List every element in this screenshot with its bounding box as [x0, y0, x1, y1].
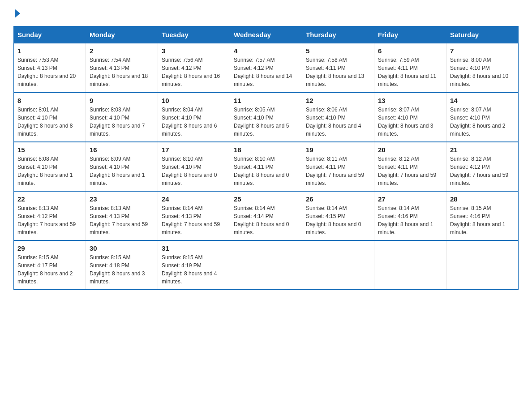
calendar-cell: 11Sunrise: 8:05 AMSunset: 4:10 PMDayligh… — [230, 93, 302, 142]
day-info: Sunrise: 8:01 AMSunset: 4:10 PMDaylight:… — [17, 106, 82, 138]
day-info: Sunrise: 8:09 AMSunset: 4:10 PMDaylight:… — [90, 155, 154, 187]
day-info: Sunrise: 8:13 AMSunset: 4:13 PMDaylight:… — [90, 204, 154, 236]
calendar-cell: 10Sunrise: 8:04 AMSunset: 4:10 PMDayligh… — [158, 93, 230, 142]
day-info: Sunrise: 7:56 AMSunset: 4:12 PMDaylight:… — [162, 56, 226, 88]
day-info: Sunrise: 8:11 AMSunset: 4:11 PMDaylight:… — [306, 155, 370, 187]
day-info: Sunrise: 8:08 AMSunset: 4:10 PMDaylight:… — [17, 155, 82, 187]
header-sunday: Sunday — [14, 26, 86, 43]
calendar-cell: 7Sunrise: 8:00 AMSunset: 4:10 PMDaylight… — [446, 43, 519, 93]
calendar-cell: 5Sunrise: 7:58 AMSunset: 4:11 PMDaylight… — [302, 43, 374, 93]
calendar-cell: 14Sunrise: 8:07 AMSunset: 4:10 PMDayligh… — [446, 93, 519, 142]
day-info: Sunrise: 8:14 AMSunset: 4:16 PMDaylight:… — [378, 204, 442, 236]
day-info: Sunrise: 8:15 AMSunset: 4:18 PMDaylight:… — [90, 253, 154, 286]
calendar-cell: 9Sunrise: 8:03 AMSunset: 4:10 PMDaylight… — [86, 93, 158, 142]
day-number: 20 — [378, 146, 442, 154]
day-number: 22 — [17, 195, 82, 203]
calendar-cell: 2Sunrise: 7:54 AMSunset: 4:13 PMDaylight… — [86, 43, 158, 93]
logo-arrow-icon — [15, 9, 20, 18]
day-info: Sunrise: 8:05 AMSunset: 4:10 PMDaylight:… — [234, 106, 298, 138]
header-saturday: Saturday — [446, 26, 519, 43]
day-number: 10 — [162, 97, 226, 104]
calendar-cell: 20Sunrise: 8:12 AMSunset: 4:11 PMDayligh… — [374, 142, 446, 191]
day-number: 31 — [162, 244, 226, 252]
calendar-cell: 25Sunrise: 8:14 AMSunset: 4:14 PMDayligh… — [230, 191, 302, 240]
day-number: 5 — [306, 47, 370, 55]
week-row-2: 8Sunrise: 8:01 AMSunset: 4:10 PMDaylight… — [14, 93, 519, 142]
day-number: 11 — [234, 97, 298, 104]
calendar-header: SundayMondayTuesdayWednesdayThursdayFrid… — [14, 26, 519, 43]
calendar-cell: 27Sunrise: 8:14 AMSunset: 4:16 PMDayligh… — [374, 191, 446, 240]
day-number: 7 — [450, 47, 515, 55]
day-info: Sunrise: 8:10 AMSunset: 4:10 PMDaylight:… — [162, 155, 226, 187]
day-number: 12 — [306, 97, 370, 104]
day-info: Sunrise: 8:14 AMSunset: 4:13 PMDaylight:… — [162, 204, 226, 236]
day-info: Sunrise: 8:03 AMSunset: 4:10 PMDaylight:… — [90, 106, 154, 138]
day-number: 9 — [90, 97, 154, 104]
calendar-cell: 22Sunrise: 8:13 AMSunset: 4:12 PMDayligh… — [14, 191, 86, 240]
day-info: Sunrise: 8:13 AMSunset: 4:12 PMDaylight:… — [17, 204, 82, 236]
day-number: 15 — [17, 146, 82, 154]
calendar-cell: 30Sunrise: 8:15 AMSunset: 4:18 PMDayligh… — [86, 240, 158, 290]
day-info: Sunrise: 8:15 AMSunset: 4:17 PMDaylight:… — [17, 253, 82, 286]
calendar-cell: 31Sunrise: 8:15 AMSunset: 4:19 PMDayligh… — [158, 240, 230, 290]
calendar-body: 1Sunrise: 7:53 AMSunset: 4:13 PMDaylight… — [14, 43, 519, 290]
day-number: 29 — [17, 244, 82, 252]
calendar-cell: 24Sunrise: 8:14 AMSunset: 4:13 PMDayligh… — [158, 191, 230, 240]
calendar-cell: 4Sunrise: 7:57 AMSunset: 4:12 PMDaylight… — [230, 43, 302, 93]
day-info: Sunrise: 8:04 AMSunset: 4:10 PMDaylight:… — [162, 106, 226, 138]
day-info: Sunrise: 8:00 AMSunset: 4:10 PMDaylight:… — [450, 56, 515, 88]
day-number: 14 — [450, 97, 515, 104]
day-number: 1 — [17, 47, 82, 55]
week-row-5: 29Sunrise: 8:15 AMSunset: 4:17 PMDayligh… — [14, 240, 519, 290]
day-number: 24 — [162, 195, 226, 203]
day-number: 3 — [162, 47, 226, 55]
day-number: 2 — [90, 47, 154, 55]
logo — [13, 9, 21, 18]
calendar-cell: 1Sunrise: 7:53 AMSunset: 4:13 PMDaylight… — [14, 43, 86, 93]
week-row-1: 1Sunrise: 7:53 AMSunset: 4:13 PMDaylight… — [14, 43, 519, 93]
week-row-4: 22Sunrise: 8:13 AMSunset: 4:12 PMDayligh… — [14, 191, 519, 240]
calendar-cell — [374, 240, 446, 290]
calendar-cell: 6Sunrise: 7:59 AMSunset: 4:11 PMDaylight… — [374, 43, 446, 93]
header-tuesday: Tuesday — [158, 26, 230, 43]
calendar-cell: 12Sunrise: 8:06 AMSunset: 4:10 PMDayligh… — [302, 93, 374, 142]
header-friday: Friday — [374, 26, 446, 43]
day-number: 21 — [450, 146, 515, 154]
header-wednesday: Wednesday — [230, 26, 302, 43]
day-number: 8 — [17, 97, 82, 104]
day-info: Sunrise: 8:15 AMSunset: 4:16 PMDaylight:… — [450, 204, 515, 236]
calendar-cell: 26Sunrise: 8:14 AMSunset: 4:15 PMDayligh… — [302, 191, 374, 240]
calendar-cell: 29Sunrise: 8:15 AMSunset: 4:17 PMDayligh… — [14, 240, 86, 290]
day-info: Sunrise: 7:53 AMSunset: 4:13 PMDaylight:… — [17, 56, 82, 88]
page-header — [13, 9, 519, 18]
day-info: Sunrise: 8:12 AMSunset: 4:11 PMDaylight:… — [378, 155, 442, 187]
day-info: Sunrise: 8:14 AMSunset: 4:15 PMDaylight:… — [306, 204, 370, 236]
header-thursday: Thursday — [302, 26, 374, 43]
calendar-cell: 16Sunrise: 8:09 AMSunset: 4:10 PMDayligh… — [86, 142, 158, 191]
calendar-cell: 17Sunrise: 8:10 AMSunset: 4:10 PMDayligh… — [158, 142, 230, 191]
day-info: Sunrise: 8:15 AMSunset: 4:19 PMDaylight:… — [162, 253, 226, 286]
day-number: 25 — [234, 195, 298, 203]
day-info: Sunrise: 7:58 AMSunset: 4:11 PMDaylight:… — [306, 56, 370, 88]
calendar-cell: 18Sunrise: 8:10 AMSunset: 4:11 PMDayligh… — [230, 142, 302, 191]
day-info: Sunrise: 7:54 AMSunset: 4:13 PMDaylight:… — [90, 56, 154, 88]
calendar-cell: 15Sunrise: 8:08 AMSunset: 4:10 PMDayligh… — [14, 142, 86, 191]
day-number: 28 — [450, 195, 515, 203]
day-info: Sunrise: 7:59 AMSunset: 4:11 PMDaylight:… — [378, 56, 442, 88]
calendar-cell: 3Sunrise: 7:56 AMSunset: 4:12 PMDaylight… — [158, 43, 230, 93]
day-info: Sunrise: 8:07 AMSunset: 4:10 PMDaylight:… — [378, 106, 442, 138]
logo-text — [13, 9, 21, 18]
day-number: 19 — [306, 146, 370, 154]
calendar-cell: 8Sunrise: 8:01 AMSunset: 4:10 PMDaylight… — [14, 93, 86, 142]
calendar-cell: 28Sunrise: 8:15 AMSunset: 4:16 PMDayligh… — [446, 191, 519, 240]
day-number: 6 — [378, 47, 442, 55]
week-row-3: 15Sunrise: 8:08 AMSunset: 4:10 PMDayligh… — [14, 142, 519, 191]
calendar-cell — [230, 240, 302, 290]
day-number: 13 — [378, 97, 442, 104]
day-info: Sunrise: 8:07 AMSunset: 4:10 PMDaylight:… — [450, 106, 515, 138]
day-number: 18 — [234, 146, 298, 154]
day-number: 30 — [90, 244, 154, 252]
calendar-cell: 21Sunrise: 8:12 AMSunset: 4:12 PMDayligh… — [446, 142, 519, 191]
day-number: 17 — [162, 146, 226, 154]
day-number: 26 — [306, 195, 370, 203]
